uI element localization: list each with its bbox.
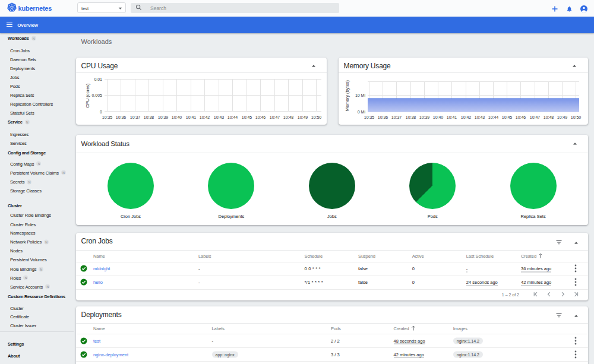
svg-text:10:42: 10:42 [461, 115, 472, 119]
svg-text:10:35: 10:35 [364, 115, 375, 119]
svg-text:10:40: 10:40 [433, 115, 444, 119]
svg-text:10:43: 10:43 [475, 115, 485, 119]
svg-text:10:45: 10:45 [502, 115, 513, 119]
svg-text:10:36: 10:36 [378, 115, 388, 119]
svg-text:CPU (cores): CPU (cores) [85, 83, 90, 108]
svg-text:10:39: 10:39 [419, 115, 430, 119]
svg-text:0.01: 0.01 [94, 77, 102, 81]
svg-text:10:45: 10:45 [242, 115, 252, 119]
svg-text:10:47: 10:47 [530, 115, 541, 119]
svg-text:10:40: 10:40 [172, 115, 182, 119]
svg-text:10:38: 10:38 [406, 115, 416, 119]
svg-text:10 Mi: 10 Mi [355, 93, 366, 97]
svg-text:10:39: 10:39 [158, 115, 169, 119]
svg-text:10:41: 10:41 [447, 115, 457, 119]
svg-text:10:50: 10:50 [571, 115, 582, 119]
svg-text:10:44: 10:44 [488, 115, 499, 119]
svg-text:10:41: 10:41 [186, 115, 197, 119]
svg-text:10:46: 10:46 [516, 115, 526, 119]
svg-text:0 Mi: 0 Mi [358, 110, 366, 114]
svg-text:10:43: 10:43 [214, 115, 225, 119]
svg-text:10:47: 10:47 [270, 115, 280, 119]
svg-text:10:46: 10:46 [255, 115, 266, 119]
svg-text:10:48: 10:48 [283, 115, 294, 119]
svg-text:10:36: 10:36 [116, 115, 127, 119]
svg-text:10:35: 10:35 [102, 115, 113, 119]
svg-text:10:44: 10:44 [228, 115, 238, 119]
svg-text:10:49: 10:49 [557, 115, 568, 119]
svg-text:10:48: 10:48 [544, 115, 554, 119]
svg-text:10:50: 10:50 [311, 115, 322, 119]
svg-text:10:49: 10:49 [298, 115, 308, 119]
svg-text:10:37: 10:37 [130, 115, 141, 119]
svg-text:0: 0 [100, 110, 102, 114]
svg-text:10:37: 10:37 [391, 115, 402, 119]
svg-text:10:42: 10:42 [200, 115, 210, 119]
svg-text:0.005: 0.005 [91, 93, 102, 97]
svg-text:Memory (bytes): Memory (bytes) [345, 80, 350, 111]
svg-text:10:38: 10:38 [144, 115, 154, 119]
